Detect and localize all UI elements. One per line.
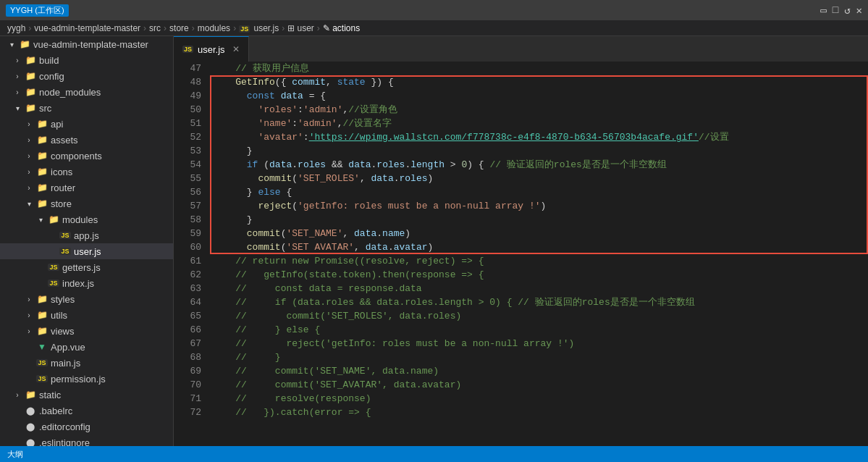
line-number: 52 (174, 130, 210, 144)
line-content[interactable]: } (210, 213, 868, 227)
maximize-icon[interactable]: □ (833, 4, 838, 16)
line-content[interactable]: if (data.roles && data.roles.length > 0)… (210, 158, 868, 172)
sidebar-item-build[interactable]: › 📁 build (0, 52, 173, 68)
close-icon[interactable]: ✕ (856, 4, 862, 17)
line-content[interactable]: // commit('SET_NAME', data.name) (210, 364, 868, 378)
sidebar-item-root[interactable]: ▾ 📁 vue-admin-template-master (0, 36, 173, 52)
sidebar-item-assets[interactable]: › 📁 assets (0, 132, 173, 148)
chevron-right-icon: › (23, 293, 35, 305)
line-content[interactable]: // return new Promise((resolve, reject) … (210, 254, 868, 268)
restore-icon[interactable]: ▭ (820, 4, 826, 17)
sidebar-item-main-js[interactable]: JS main.js (0, 355, 173, 371)
sidebar-item-getters-js[interactable]: JS getters.js (0, 259, 173, 275)
line-content[interactable]: commit('SET AVATAR', data.avatar) (210, 240, 868, 254)
sidebar-item-label: .eslintignore (39, 437, 90, 447)
sidebar-item-permission-js[interactable]: JS permission.js (0, 371, 173, 387)
breadcrumb-item[interactable]: JS user.js (239, 23, 279, 33)
line-content[interactable]: 'name':'admin',//设置名字 (210, 117, 868, 130)
line-number: 65 (174, 309, 210, 323)
breadcrumb-item[interactable]: store (169, 23, 189, 33)
table-row: 57 reject('getInfo: roles must be a non-… (174, 199, 868, 213)
code-table: 47 // 获取用户信息48 GetInfo({ commit, state }… (174, 62, 868, 419)
table-row: 60 commit('SET AVATAR', data.avatar) (174, 240, 868, 254)
line-content[interactable]: 'avatar':'https://wpimg.wallstcn.com/f77… (210, 130, 868, 144)
sidebar-item-api[interactable]: › 📁 api (0, 116, 173, 132)
sidebar-item-utils[interactable]: › 📁 utils (0, 307, 173, 323)
chevron-down-icon: ▾ (23, 198, 35, 209)
sidebar-item-user-js[interactable]: JS user.js (0, 243, 173, 259)
line-content[interactable]: // commit('SET_ROLES', data.roles) (210, 309, 868, 323)
sidebar-item-views[interactable]: › 📁 views (0, 323, 173, 339)
sidebar-item-node-modules[interactable]: › 📁 node_modules (0, 84, 173, 100)
breadcrumb-item-active[interactable]: ✎ actions (323, 23, 360, 33)
line-number: 54 (174, 158, 210, 172)
line-number: 66 (174, 323, 210, 337)
sidebar: ▾ 📁 vue-admin-template-master › 📁 build … (0, 36, 174, 446)
sidebar-item-editorconfig[interactable]: ⬤ .editorconfig (0, 419, 173, 434)
sidebar-item-label: .editorconfig (39, 421, 90, 432)
breadcrumb-item[interactable]: vue-admin-template-master (34, 23, 140, 33)
chevron-down-icon: ▾ (6, 38, 17, 50)
sidebar-item-app-js[interactable]: JS app.js (0, 227, 173, 243)
line-content[interactable]: // }).catch(error => { (210, 406, 868, 419)
sidebar-item-store[interactable]: ▾ 📁 store (0, 196, 173, 211)
folder-icon: 📁 (36, 166, 48, 177)
chevron-right-icon: › (12, 70, 23, 82)
line-content[interactable]: // 获取用户信息 (210, 62, 868, 75)
line-content[interactable]: commit('SET_NAME', data.name) (210, 227, 868, 240)
close-tab-icon[interactable]: ✕ (232, 44, 240, 54)
refresh-icon[interactable]: ↺ (844, 4, 850, 17)
line-content[interactable]: // const data = response.data (210, 282, 868, 295)
folder-icon: 📁 (36, 293, 48, 305)
line-content[interactable]: // reject('getInfo: roles must be a non-… (210, 337, 868, 350)
sidebar-item-label: user.js (74, 246, 101, 257)
sidebar-item-eslintignore[interactable]: ⬤ .eslintignore (0, 434, 173, 446)
line-content[interactable]: const data = { (210, 89, 868, 103)
sidebar-item-modules[interactable]: ▾ 📁 modules (0, 211, 173, 227)
table-row: 55 commit('SET_ROLES', data.roles) (174, 172, 868, 185)
chevron-down-icon: ▾ (12, 102, 23, 114)
breadcrumb-item[interactable]: src (149, 23, 161, 33)
sidebar-item-app-vue[interactable]: ▼ App.vue (0, 339, 173, 355)
sidebar-item-router[interactable]: › 📁 router (0, 180, 173, 196)
code-editor[interactable]: 47 // 获取用户信息48 GetInfo({ commit, state }… (174, 62, 868, 446)
sidebar-item-styles[interactable]: › 📁 styles (0, 291, 173, 307)
sidebar-item-label: permission.js (51, 374, 106, 385)
breadcrumb-item[interactable]: modules (198, 23, 230, 33)
line-content[interactable]: // resolve(response) (210, 392, 868, 406)
sidebar-item-icons[interactable]: › 📁 icons (0, 164, 173, 180)
line-content[interactable]: // } else { (210, 323, 868, 337)
line-number: 57 (174, 199, 210, 213)
line-content[interactable]: } else { (210, 185, 868, 199)
line-number: 51 (174, 117, 210, 130)
sidebar-item-label: node_modules (39, 87, 101, 98)
breadcrumb-item[interactable]: yygh (7, 23, 25, 33)
line-number: 72 (174, 406, 210, 419)
vue-file-icon: ▼ (36, 341, 48, 353)
table-row: 66 // } else { (174, 323, 868, 337)
chevron-right-icon: › (12, 54, 23, 66)
line-content[interactable]: // getInfo(state.token).then(response =>… (210, 268, 868, 282)
js-icon: JS (182, 46, 193, 53)
sidebar-item-index-js[interactable]: JS index.js (0, 275, 173, 291)
chevron-right-icon: › (23, 182, 35, 193)
line-number: 59 (174, 227, 210, 240)
table-row: 52 'avatar':'https://wpimg.wallstcn.com/… (174, 130, 868, 144)
line-content[interactable]: // commit('SET_AVATAR', data.avatar) (210, 378, 868, 392)
folder-icon: 📁 (25, 70, 36, 82)
line-content[interactable]: reject('getInfo: roles must be a non-nul… (210, 199, 868, 213)
js-icon: JS (36, 375, 47, 382)
breadcrumb-item[interactable]: ⊞ user (287, 23, 314, 33)
line-content[interactable]: // if (data.roles && data.roles.length >… (210, 295, 868, 309)
line-content[interactable]: 'roles':'admin',//设置角色 (210, 103, 868, 117)
line-content[interactable]: commit('SET_ROLES', data.roles) (210, 172, 868, 185)
sidebar-item-config[interactable]: › 📁 config (0, 68, 173, 84)
line-content[interactable]: GetInfo({ commit, state }) { (210, 75, 868, 89)
line-content[interactable]: } (210, 144, 868, 158)
line-content[interactable]: // } (210, 350, 868, 364)
tab-user-js[interactable]: JS user.js ✕ (174, 36, 249, 62)
sidebar-item-src[interactable]: ▾ 📁 src (0, 100, 173, 116)
sidebar-item-static[interactable]: › 📁 static (0, 387, 173, 403)
sidebar-item-babelrc[interactable]: ⬤ .babelrc (0, 403, 173, 419)
sidebar-item-components[interactable]: › 📁 components (0, 148, 173, 164)
